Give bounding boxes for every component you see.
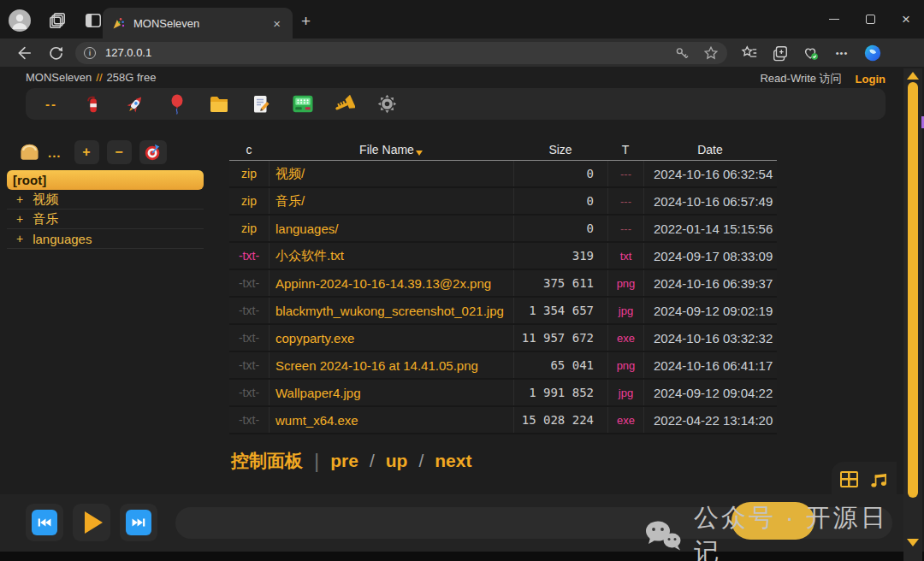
balloon-icon[interactable] [167,94,187,115]
expand-plus-icon[interactable]: + [16,232,23,245]
next-link[interactable]: next [435,451,471,471]
gear-icon[interactable] [376,94,397,115]
file-link[interactable]: blackmyth_wukong_screenshot_021.jpg [269,298,513,323]
window-minimize-button[interactable] [816,0,852,38]
control-panel-link[interactable]: 控制面板 [231,449,303,473]
copilot-icon[interactable] [861,42,885,64]
scrollbar-up-arrow-icon[interactable] [907,72,919,80]
table-row: zip languages/ 0 --- 2022-01-14 15:15:56 [229,216,777,243]
file-link[interactable]: Screen 2024-10-16 at 14.41.05.png [269,352,513,378]
txt-view-link[interactable]: -txt- [229,413,269,427]
bread-icon[interactable] [19,143,40,162]
tree-item-label[interactable]: languages [33,232,92,246]
expand-plus-icon[interactable]: + [16,212,23,226]
txt-view-link[interactable]: -txt- [229,249,269,263]
copyparty-page: MONSeleven // 258G free Read-Write 访问 Lo… [0,67,924,561]
file-link[interactable]: wumt_x64.exe [269,407,513,433]
table-row: -txt- Screen 2024-10-16 at 14.41.05.png … [229,352,777,380]
vertical-tabs-icon[interactable] [84,11,103,30]
browser-tab[interactable]: MONSeleven × [103,8,293,38]
file-link[interactable]: languages/ [269,216,513,241]
workspaces-icon[interactable] [48,11,67,30]
column-header-type[interactable]: T [607,143,643,156]
dart-target-icon[interactable] [139,140,167,164]
play-button[interactable] [73,504,110,541]
more-menu-icon[interactable]: ••• [830,42,854,64]
column-header-size[interactable]: Size [513,143,607,156]
access-label: Read-Write 访问 [760,71,841,86]
sort-descending-icon [416,151,423,156]
url-text[interactable]: 127.0.0.1 [105,46,674,59]
favorites-hub-icon[interactable] [737,42,761,64]
tree-expand-button[interactable]: + [74,140,99,164]
file-type: jpg [607,298,643,323]
memo-icon[interactable] [251,94,271,115]
scrollbar-thumb[interactable] [908,82,918,498]
trumpet-icon[interactable] [335,94,355,115]
keypad-icon[interactable] [293,94,313,115]
folder-icon[interactable] [209,94,229,115]
profile-avatar-icon[interactable] [9,9,31,32]
music-note-icon[interactable] [869,469,889,489]
pre-link[interactable]: pre [330,451,358,471]
file-link[interactable]: Appinn-2024-10-16-14.39.13@2x.png [269,270,513,296]
file-table: c File Name Size T Date zip 视频/ 0 --- 20… [229,139,777,434]
refresh-icon[interactable] [48,45,63,61]
column-header-filename[interactable]: File Name [269,143,513,156]
back-icon[interactable] [15,44,33,62]
tab-title: MONSeleven [133,17,270,30]
txt-view-link[interactable]: -txt- [229,386,269,399]
tree-item-videos[interactable]: + 视频 [7,190,204,210]
up-link[interactable]: up [386,451,408,471]
tree-more-dots[interactable]: ... [48,145,62,160]
new-tab-button[interactable]: + [301,12,311,31]
txt-view-link[interactable]: -txt- [229,358,269,372]
fire-extinguisher-icon[interactable] [83,94,104,115]
url-bar[interactable]: i 127.0.0.1 [75,42,727,64]
expand-plus-icon[interactable]: + [16,192,23,206]
scrollbar-down-arrow-icon[interactable] [907,539,919,546]
file-type: --- [607,188,643,214]
zip-link[interactable]: zip [229,167,269,180]
zip-link[interactable]: zip [229,221,269,235]
path-separator: // [96,71,102,86]
next-track-button[interactable] [120,504,157,541]
file-link[interactable]: 音乐/ [269,188,513,214]
tree-item-languages[interactable]: + languages [7,229,204,249]
favorite-star-icon[interactable] [703,45,719,61]
browser-health-icon[interactable] [799,42,823,64]
tree-item-label[interactable]: 音乐 [33,211,58,227]
column-header-date[interactable]: Date [643,143,777,156]
window-maximize-button[interactable] [852,0,888,38]
toggle-dashes-button[interactable]: -- [41,94,62,115]
collections-icon[interactable] [768,42,792,64]
file-link[interactable]: 小众软件.txt [269,243,513,269]
rocket-icon[interactable] [125,94,145,115]
file-link[interactable]: copyparty.exe [269,325,513,351]
table-row: zip 音乐/ 0 --- 2024-10-16 06:57:49 [229,188,777,216]
footer-slash: / [418,451,424,471]
password-key-icon[interactable] [674,45,690,61]
tree-item-label[interactable]: 视频 [33,192,58,208]
file-link[interactable]: Wallpaper4.jpg [269,380,513,405]
login-link[interactable]: Login [856,73,886,86]
page-header: MONSeleven // 258G free Read-Write 访问 Lo… [26,71,886,86]
txt-view-link[interactable]: -txt- [229,331,269,345]
tree-item-music[interactable]: + 音乐 [7,210,204,229]
tree-collapse-button[interactable]: − [107,140,132,164]
page-scrollbar[interactable] [903,68,922,561]
file-size: 1 354 657 [513,298,607,323]
zip-link[interactable]: zip [229,194,269,208]
tab-close-icon[interactable]: × [270,16,284,31]
txt-view-link[interactable]: -txt- [229,276,269,290]
window-close-button[interactable]: × [888,0,924,38]
file-link[interactable]: 视频/ [269,161,513,186]
txt-view-link[interactable]: -txt- [229,304,269,317]
previous-track-button[interactable] [26,504,63,541]
file-type: --- [607,216,643,241]
column-header-c[interactable]: c [229,143,269,156]
site-info-icon[interactable]: i [84,47,96,59]
grid-view-icon[interactable] [840,471,858,487]
site-title[interactable]: MONSeleven [26,71,92,86]
tree-item-root[interactable]: [root] [7,170,204,190]
